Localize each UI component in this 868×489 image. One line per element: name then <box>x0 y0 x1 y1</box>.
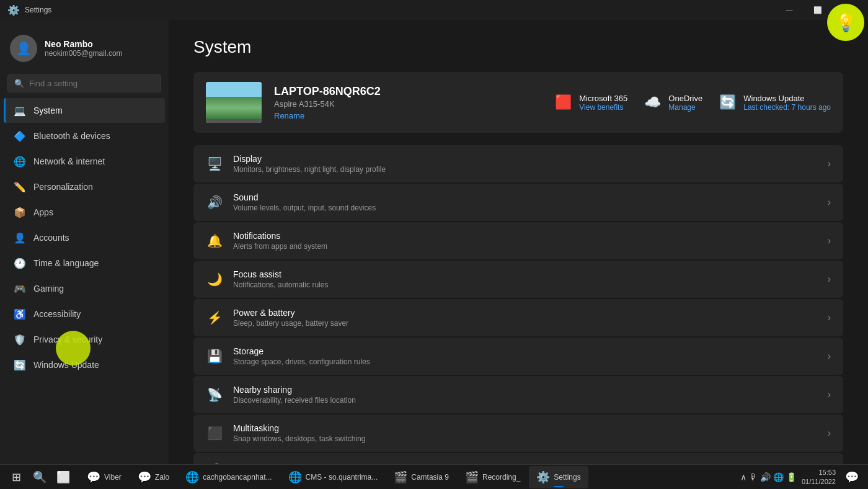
nav-icon-privacy: 🛡️ <box>14 333 26 346</box>
taskbar-right: ∧ 🎙 🔊 🌐 🔋 15:53 01/11/2022 💬 <box>740 466 863 488</box>
taskbar-app-icon-zalo: 💬 <box>138 470 151 484</box>
sidebar-item-time[interactable]: 🕐 Time & language <box>4 251 165 276</box>
setting-title-focus: Focus assist <box>233 269 818 279</box>
setting-row-notifications[interactable]: 🔔 Notifications Alerts from apps and sys… <box>193 222 843 259</box>
user-section[interactable]: 👤 Neo Rambo neokim005@gmail.com <box>0 27 169 72</box>
nav-label-accounts: Accounts <box>33 233 69 243</box>
setting-title-sound: Sound <box>233 192 818 202</box>
nav-icon-gaming: 🎮 <box>14 282 26 295</box>
setting-row-nearby[interactable]: 📡 Nearby sharing Discoverability, receiv… <box>193 376 843 413</box>
taskbar-clock[interactable]: 15:53 01/11/2022 <box>802 468 836 486</box>
service-onedrive[interactable]: ☁️ OneDrive Manage <box>642 92 702 112</box>
setting-text-sound: Sound Volume levels, output, input, soun… <box>233 192 818 212</box>
search-container[interactable]: 🔍 <box>7 74 161 92</box>
mic-icon: 🎙 <box>749 472 758 482</box>
taskbar-app-settings[interactable]: ⚙️ Settings <box>529 466 588 488</box>
taskbar-app-zalo[interactable]: 💬 Zalo <box>130 466 177 488</box>
network-icon[interactable]: 🌐 <box>773 472 784 482</box>
sidebar-item-bluetooth[interactable]: 🔷 Bluetooth & devices <box>4 123 165 148</box>
service-action-windowsupdate[interactable]: Last checked: 7 hours ago <box>743 103 831 112</box>
taskbar-app-icon-chrome2: 🌐 <box>288 470 302 484</box>
minimize-button[interactable]: — <box>775 0 804 20</box>
battery-icon[interactable]: 🔋 <box>786 472 797 482</box>
search-input[interactable] <box>29 79 154 88</box>
setting-text-multitasking: Multitasking Snap windows, desktops, tas… <box>233 423 818 443</box>
sidebar-item-network[interactable]: 🌐 Network & internet <box>4 149 165 174</box>
rename-link[interactable]: Rename <box>274 111 541 120</box>
system-model: Aspire A315-54K <box>274 99 541 109</box>
setting-subtitle-sound: Volume levels, output, input, sound devi… <box>233 204 818 212</box>
settings-list: 🖥️ Display Monitors, brightness, night l… <box>193 145 843 464</box>
sidebar-item-system[interactable]: 💻 System <box>4 98 165 123</box>
setting-row-multitasking[interactable]: ⬛ Multitasking Snap windows, desktops, t… <box>193 415 843 452</box>
sidebar-item-gaming[interactable]: 🎮 Gaming <box>4 276 165 301</box>
service-microsoft365[interactable]: 🟥 Microsoft 365 View benefits <box>553 92 627 112</box>
setting-subtitle-focus: Notifications, automatic rules <box>233 280 818 289</box>
taskbar-app-label-viber: Viber <box>104 473 122 482</box>
taskbar-app-chrome1[interactable]: 🌐 cachgobancapnhat... <box>178 466 279 488</box>
notification-center-button[interactable]: 💬 <box>841 466 863 488</box>
sidebar-item-apps[interactable]: 📦 Apps <box>4 200 165 225</box>
speaker-icon[interactable]: 🔊 <box>760 472 771 482</box>
sidebar-item-personalization[interactable]: ✏️ Personalization <box>4 174 165 199</box>
setting-row-power[interactable]: ⚡ Power & battery Sleep, battery usage, … <box>193 299 843 336</box>
setting-subtitle-storage: Storage space, drives, configuration rul… <box>233 357 818 366</box>
setting-icon-power: ⚡ <box>206 309 223 326</box>
nav-label-personalization: Personalization <box>33 182 93 192</box>
clock-time: 15:53 <box>818 468 836 477</box>
setting-title-multitasking: Multitasking <box>233 423 818 433</box>
start-button[interactable]: ⊞ <box>5 466 27 488</box>
setting-row-storage[interactable]: 💾 Storage Storage space, drives, configu… <box>193 338 843 375</box>
sidebar-item-privacy[interactable]: 🛡️ Privacy & security <box>4 327 165 352</box>
service-action-onedrive[interactable]: Manage <box>668 103 702 112</box>
taskbar-app-label-chrome1: cachgobancapnhat... <box>203 473 272 482</box>
service-info-onedrive: OneDrive Manage <box>668 94 702 112</box>
title-bar-title: Settings <box>25 6 51 14</box>
setting-row-focus[interactable]: 🌙 Focus assist Notifications, automatic … <box>193 261 843 298</box>
nav-icon-bluetooth: 🔷 <box>14 130 26 142</box>
setting-title-nearby: Nearby sharing <box>233 385 818 395</box>
taskbar-app-camtasia[interactable]: 🎬 Camtasia 9 <box>386 466 456 488</box>
sidebar-item-accessibility[interactable]: ♿ Accessibility <box>4 302 165 326</box>
chevron-right-icon-storage: › <box>828 351 831 362</box>
setting-icon-sound: 🔊 <box>206 194 223 211</box>
chevron-right-icon-nearby: › <box>828 389 831 400</box>
setting-text-focus: Focus assist Notifications, automatic ru… <box>233 269 818 289</box>
taskbar-search-button[interactable]: 🔍 <box>29 466 51 488</box>
taskbar-app-viber[interactable]: 💬 Viber <box>79 466 129 488</box>
setting-row-display[interactable]: 🖥️ Display Monitors, brightness, night l… <box>193 145 843 182</box>
service-action-microsoft365[interactable]: View benefits <box>579 103 627 112</box>
laptop-screen <box>206 82 262 119</box>
taskbar: ⊞ 🔍 ⬜ 💬 Viber 💬 Zalo 🌐 cachgobancapnhat.… <box>0 464 868 489</box>
nav-label-time: Time & language <box>33 258 99 268</box>
nav-label-accessibility: Accessibility <box>33 309 81 319</box>
taskbar-app-label-recording: Recording_ <box>482 473 520 482</box>
chevron-right-icon-sound: › <box>828 197 831 208</box>
chevron-right-icon-display: › <box>828 158 831 169</box>
taskbar-app-chrome2[interactable]: 🌐 CMS - so.quantrima... <box>281 466 386 488</box>
setting-row-activation[interactable]: 🔑 Activation › <box>193 453 843 464</box>
service-windowsupdate[interactable]: 🔄 Windows Update Last checked: 7 hours a… <box>717 92 831 112</box>
setting-icon-notifications: 🔔 <box>206 232 223 249</box>
page-title: System <box>193 37 843 57</box>
sidebar-item-accounts[interactable]: 👤 Accounts <box>4 225 165 250</box>
setting-icon-display: 🖥️ <box>206 155 223 173</box>
taskbar-app-icon-camtasia: 🎬 <box>394 470 407 484</box>
setting-text-storage: Storage Storage space, drives, configura… <box>233 346 818 366</box>
setting-text-nearby: Nearby sharing Discoverability, received… <box>233 385 818 405</box>
task-view-button[interactable]: ⬜ <box>52 466 74 488</box>
chevron-up-icon[interactable]: ∧ <box>740 472 746 482</box>
setting-title-storage: Storage <box>233 346 818 356</box>
nav-icon-accounts: 👤 <box>14 231 26 244</box>
taskbar-app-recording[interactable]: 🎬 Recording_ <box>458 466 528 488</box>
setting-row-sound[interactable]: 🔊 Sound Volume levels, output, input, so… <box>193 184 843 221</box>
taskbar-left: ⊞ 🔍 ⬜ <box>5 466 74 488</box>
service-name-windowsupdate: Windows Update <box>743 94 831 103</box>
sidebar-item-update[interactable]: 🔄 Windows Update <box>4 352 165 377</box>
setting-text-power: Power & battery Sleep, battery usage, ba… <box>233 308 818 328</box>
nav-icon-personalization: ✏️ <box>14 181 26 193</box>
system-info: LAPTOP-86NQR6C2 Aspire A315-54K Rename <box>274 85 541 120</box>
taskbar-app-label-chrome2: CMS - so.quantrima... <box>306 473 378 482</box>
chevron-right-icon-multitasking: › <box>828 428 831 439</box>
setting-subtitle-power: Sleep, battery usage, battery saver <box>233 319 818 328</box>
